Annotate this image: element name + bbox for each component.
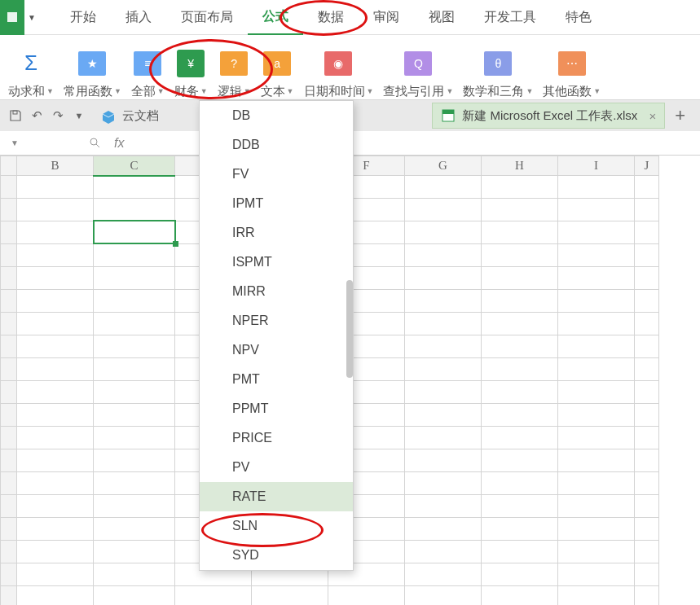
row-header[interactable] xyxy=(1,541,17,563)
cell[interactable] xyxy=(405,563,482,586)
cell[interactable] xyxy=(635,244,659,267)
dropdown-item-SYD[interactable]: SYD xyxy=(200,541,353,570)
dropdown-item-NPV[interactable]: NPV xyxy=(200,335,353,365)
cell[interactable] xyxy=(94,381,175,404)
column-header-G[interactable]: G xyxy=(405,156,482,176)
cell[interactable] xyxy=(17,472,94,495)
cell[interactable] xyxy=(558,427,635,449)
cell[interactable] xyxy=(635,290,659,313)
cell[interactable] xyxy=(482,518,558,541)
cell[interactable] xyxy=(17,176,94,199)
cell[interactable] xyxy=(635,427,659,449)
undo-icon[interactable]: ↶ xyxy=(26,105,47,126)
cell[interactable] xyxy=(635,381,659,404)
cell[interactable] xyxy=(482,335,558,358)
cell[interactable] xyxy=(635,541,659,563)
row-header[interactable] xyxy=(1,313,17,335)
cell[interactable] xyxy=(94,495,175,518)
ribbon-group-财务[interactable]: ¥财务▼ xyxy=(174,41,208,99)
cell[interactable] xyxy=(17,358,94,381)
cell[interactable] xyxy=(635,335,659,358)
cell[interactable] xyxy=(94,221,175,244)
cell[interactable] xyxy=(17,335,94,358)
fx-label[interactable]: fx xyxy=(114,136,124,151)
row-header[interactable] xyxy=(1,199,17,221)
dropdown-item-PRICE[interactable]: PRICE xyxy=(200,423,353,453)
cell[interactable] xyxy=(635,404,659,427)
ribbon-group-查找与引用[interactable]: Q查找与引用▼ xyxy=(383,41,453,99)
cell[interactable] xyxy=(94,472,175,495)
cell[interactable] xyxy=(94,313,175,335)
dropdown-item-RATE[interactable]: RATE xyxy=(200,482,353,511)
row-header[interactable] xyxy=(1,335,17,358)
cell[interactable] xyxy=(482,313,558,335)
cell[interactable] xyxy=(482,404,558,427)
cell[interactable] xyxy=(175,586,252,606)
column-header-B[interactable]: B xyxy=(17,156,94,176)
cell[interactable] xyxy=(405,244,482,267)
cell[interactable] xyxy=(94,335,175,358)
cell[interactable] xyxy=(482,358,558,381)
ribbon-group-日期和时间[interactable]: ◉日期和时间▼ xyxy=(304,41,374,99)
row-header[interactable] xyxy=(1,244,17,267)
menu-tab-开发工具[interactable]: 开发工具 xyxy=(469,0,551,35)
cell[interactable] xyxy=(94,586,175,606)
row-header[interactable] xyxy=(1,586,17,606)
cell[interactable] xyxy=(635,358,659,381)
cell[interactable] xyxy=(635,586,659,606)
dropdown-item-ISPMT[interactable]: ISPMT xyxy=(200,248,353,277)
dropdown-item-NPER[interactable]: NPER xyxy=(200,306,353,335)
row-header[interactable] xyxy=(1,449,17,472)
select-all-corner[interactable] xyxy=(1,156,17,176)
row-header[interactable] xyxy=(1,381,17,404)
row-header[interactable] xyxy=(1,427,17,449)
menu-tab-开始[interactable]: 开始 xyxy=(55,0,111,35)
cell[interactable] xyxy=(17,290,94,313)
column-header-I[interactable]: I xyxy=(558,156,635,176)
ribbon-group-逻辑[interactable]: ?逻辑▼ xyxy=(218,41,251,99)
dropdown-item-DDB[interactable]: DDB xyxy=(200,130,353,160)
cell[interactable] xyxy=(558,267,635,290)
cell[interactable] xyxy=(328,586,405,606)
cell[interactable] xyxy=(558,290,635,313)
dropdown-item-PPMT[interactable]: PPMT xyxy=(200,394,353,423)
cell[interactable] xyxy=(17,427,94,449)
cell[interactable] xyxy=(558,199,635,221)
cell[interactable] xyxy=(635,267,659,290)
cell[interactable] xyxy=(635,518,659,541)
cell[interactable] xyxy=(482,221,558,244)
cell[interactable] xyxy=(405,404,482,427)
column-header-J[interactable]: J xyxy=(635,156,659,176)
cell[interactable] xyxy=(482,267,558,290)
cell[interactable] xyxy=(635,563,659,586)
cell[interactable] xyxy=(482,199,558,221)
dropdown-item-IPMT[interactable]: IPMT xyxy=(200,189,353,218)
cell[interactable] xyxy=(17,563,94,586)
column-header-H[interactable]: H xyxy=(482,156,558,176)
cell[interactable] xyxy=(94,176,175,199)
cell[interactable] xyxy=(405,449,482,472)
menu-tab-页面布局[interactable]: 页面布局 xyxy=(166,0,248,35)
cell[interactable] xyxy=(635,176,659,199)
cell[interactable] xyxy=(405,313,482,335)
dropdown-item-IRR[interactable]: IRR xyxy=(200,218,353,248)
cell[interactable] xyxy=(482,176,558,199)
row-header[interactable] xyxy=(1,290,17,313)
cell[interactable] xyxy=(558,244,635,267)
cell[interactable] xyxy=(17,586,94,606)
cell[interactable] xyxy=(405,495,482,518)
cell[interactable] xyxy=(405,221,482,244)
ribbon-group-全部[interactable]: ≡全部▼ xyxy=(131,41,165,99)
cell[interactable] xyxy=(405,176,482,199)
ribbon-group-数学和三角[interactable]: θ数学和三角▼ xyxy=(463,41,533,99)
cell[interactable] xyxy=(94,267,175,290)
cell[interactable] xyxy=(405,427,482,449)
cell[interactable] xyxy=(405,267,482,290)
cell[interactable] xyxy=(94,358,175,381)
row-header[interactable] xyxy=(1,472,17,495)
cell[interactable] xyxy=(482,427,558,449)
cell[interactable] xyxy=(558,404,635,427)
cell[interactable] xyxy=(405,290,482,313)
cell[interactable] xyxy=(635,199,659,221)
cell[interactable] xyxy=(558,518,635,541)
